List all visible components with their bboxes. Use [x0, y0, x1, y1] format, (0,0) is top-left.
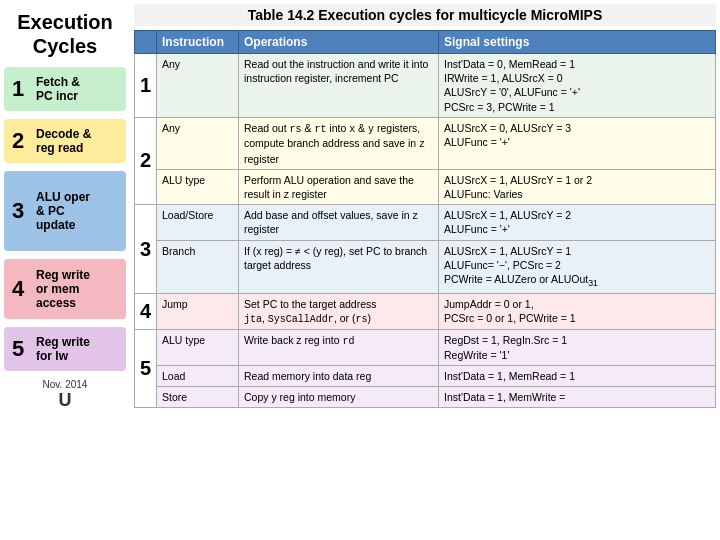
- sidebar-title: Execution Cycles: [0, 0, 130, 63]
- sidebar-label-regwrite-lw: Reg write for lw: [36, 335, 90, 363]
- sidebar-item-alu: 3 ALU oper & PC update: [4, 171, 126, 251]
- sidebar-footer: Nov. 2014 U: [0, 375, 130, 415]
- main-content: Table 14.2 Execution cycles for multicyc…: [130, 0, 720, 540]
- step-num-4: 4: [12, 276, 30, 302]
- signals-cell-3b: ALUSrcX = 1, ALUSrcY = 1 ALUFunc= '−', P…: [439, 240, 716, 293]
- table-row: Store Copy y reg into memory Inst'Data =…: [135, 386, 716, 407]
- sidebar-item-decode: 2 Decode & reg read: [4, 119, 126, 163]
- instruction-cell-3a: Load/Store: [157, 205, 239, 240]
- operations-cell-1: Read out the instruction and write it in…: [239, 54, 439, 118]
- sidebar-item-regwrite-lw: 5 Reg write for lw: [4, 327, 126, 371]
- execution-table: Instruction Operations Signal settings 1…: [134, 30, 716, 408]
- instruction-cell-2b: ALU type: [157, 169, 239, 204]
- sidebar-label-regwrite: Reg write or mem access: [36, 268, 90, 310]
- col-header-operations: Operations: [239, 31, 439, 54]
- table-row: Load Read memory into data reg Inst'Data…: [135, 365, 716, 386]
- table-row: ALU type Perform ALU operation and save …: [135, 169, 716, 204]
- footer-extra: U: [6, 390, 124, 411]
- table-row: 4 Jump Set PC to the target addressjta, …: [135, 293, 716, 330]
- sidebar-item-fetch: 1 Fetch & PC incr: [4, 67, 126, 111]
- operations-cell-3b: If (x reg) = ≠ < (y reg), set PC to bran…: [239, 240, 439, 293]
- operations-cell-2a: Read out rs & rt into x & y registers, c…: [239, 117, 439, 169]
- step-cell-4: 4: [135, 293, 157, 330]
- operations-cell-5c: Copy y reg into memory: [239, 386, 439, 407]
- signals-cell-4: JumpAddr = 0 or 1,PCSrc = 0 or 1, PCWrit…: [439, 293, 716, 330]
- signals-cell-2a: ALUSrcX = 0, ALUSrcY = 3ALUFunc = '+': [439, 117, 716, 169]
- signals-cell-5c: Inst'Data = 1, MemWrite =: [439, 386, 716, 407]
- instruction-cell-5a: ALU type: [157, 330, 239, 365]
- page-wrapper: Execution Cycles 1 Fetch & PC incr 2 Dec…: [0, 0, 720, 540]
- instruction-cell-3b: Branch: [157, 240, 239, 293]
- col-header-signals: Signal settings: [439, 31, 716, 54]
- step-num-1: 1: [12, 76, 30, 102]
- table-title: Table 14.2 Execution cycles for multicyc…: [134, 4, 716, 26]
- instruction-cell-5c: Store: [157, 386, 239, 407]
- step-num-5: 5: [12, 336, 30, 362]
- table-row: 3 Load/Store Add base and offset values,…: [135, 205, 716, 240]
- table-row: 1 Any Read out the instruction and write…: [135, 54, 716, 118]
- operations-cell-4: Set PC to the target addressjta, SysCall…: [239, 293, 439, 330]
- signals-cell-5a: RegDst = 1, RegIn.Src = 1RegWrite = '1': [439, 330, 716, 365]
- instruction-cell-4: Jump: [157, 293, 239, 330]
- step-cell-2: 2: [135, 117, 157, 205]
- table-row: 5 ALU type Write back z reg into rd RegD…: [135, 330, 716, 365]
- signals-cell-2b: ALUSrcX = 1, ALUSrcY = 1 or 2ALUFunc: Va…: [439, 169, 716, 204]
- step-num-3: 3: [12, 198, 30, 224]
- step-num-2: 2: [12, 128, 30, 154]
- sidebar-label-fetch: Fetch & PC incr: [36, 75, 80, 103]
- step-cell-3: 3: [135, 205, 157, 294]
- operations-cell-2b: Perform ALU operation and save the resul…: [239, 169, 439, 204]
- col-header-step: [135, 31, 157, 54]
- step-cell-5: 5: [135, 330, 157, 408]
- instruction-cell-2a: Any: [157, 117, 239, 169]
- sidebar-label-decode: Decode & reg read: [36, 127, 91, 155]
- col-header-instruction: Instruction: [157, 31, 239, 54]
- signals-cell-1: Inst'Data = 0, MemRead = 1 IRWrite = 1, …: [439, 54, 716, 118]
- signals-cell-3a: ALUSrcX = 1, ALUSrcY = 2ALUFunc = '+': [439, 205, 716, 240]
- sidebar: Execution Cycles 1 Fetch & PC incr 2 Dec…: [0, 0, 130, 540]
- instruction-cell-1: Any: [157, 54, 239, 118]
- instruction-cell-5b: Load: [157, 365, 239, 386]
- table-row: Branch If (x reg) = ≠ < (y reg), set PC …: [135, 240, 716, 293]
- sidebar-item-regwrite: 4 Reg write or mem access: [4, 259, 126, 319]
- table-header-row: Instruction Operations Signal settings: [135, 31, 716, 54]
- table-row: 2 Any Read out rs & rt into x & y regist…: [135, 117, 716, 169]
- sidebar-label-alu: ALU oper & PC update: [36, 190, 90, 232]
- operations-cell-5b: Read memory into data reg: [239, 365, 439, 386]
- operations-cell-3a: Add base and offset values, save in z re…: [239, 205, 439, 240]
- step-cell-1: 1: [135, 54, 157, 118]
- operations-cell-5a: Write back z reg into rd: [239, 330, 439, 365]
- signals-cell-5b: Inst'Data = 1, MemRead = 1: [439, 365, 716, 386]
- footer-text: Nov. 2014: [43, 379, 88, 390]
